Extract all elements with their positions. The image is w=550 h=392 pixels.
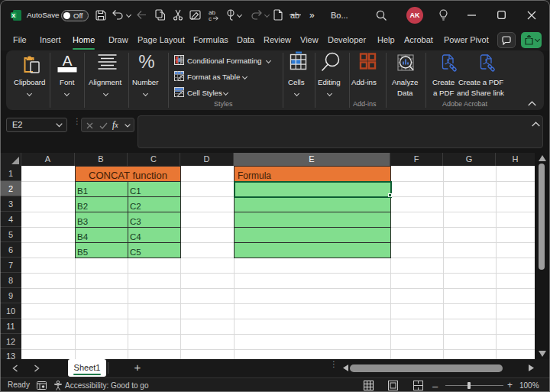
svg-text:%: % [138, 52, 154, 72]
svg-text:X: X [11, 12, 15, 19]
svg-text:c: c [209, 15, 212, 21]
svg-text:A: A [63, 53, 73, 69]
